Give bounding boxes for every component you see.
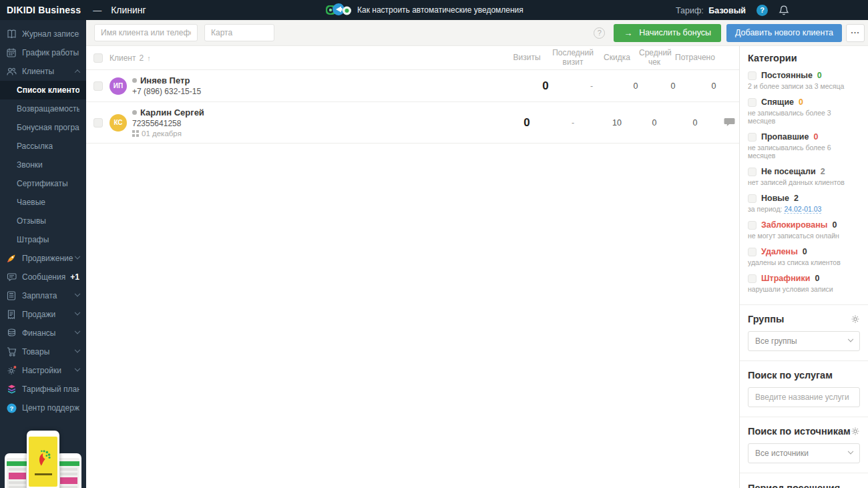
sidebar-item[interactable]: Товары <box>0 342 86 361</box>
sidebar-item[interactable]: Финансы <box>0 324 86 342</box>
category-checkbox[interactable] <box>748 274 756 283</box>
sidebar-item[interactable]: Список клиентов <box>0 81 86 99</box>
category-description: нет записей данных клиентов <box>748 178 860 186</box>
category-count: 2 <box>821 167 825 176</box>
sidebar-item-icon <box>5 253 17 264</box>
add-client-button[interactable]: Добавить нового клиента <box>726 24 842 42</box>
category-row[interactable]: Спящие 0 <box>748 97 860 107</box>
sidebar-item[interactable]: Штрафы <box>0 230 86 249</box>
chat-icon[interactable] <box>720 117 739 128</box>
row-checkbox[interactable] <box>93 81 103 91</box>
question-icon[interactable]: ? <box>594 27 605 39</box>
card-input[interactable] <box>204 24 274 41</box>
accrue-bonuses-button[interactable]: → Начислить бонусы <box>614 24 721 42</box>
sources-dropdown[interactable]: Все источники <box>748 443 860 463</box>
salon-logo <box>29 437 57 487</box>
announcement[interactable]: Как настроить автоматические уведомления <box>325 2 523 18</box>
category-filter: Постоянные 0 2 и более записи за 3 месяц… <box>748 71 860 90</box>
clients-table: Клиент 2 ↑ Визиты Последний визит Скидка… <box>86 46 739 488</box>
sidebar-item[interactable]: Отзывы <box>0 212 86 230</box>
service-search-input[interactable] <box>748 387 860 407</box>
last-visit-column-header[interactable]: Последний визит <box>551 49 595 67</box>
help-icon[interactable]: ? <box>756 5 768 16</box>
groups-dropdown[interactable]: Все группы <box>748 331 860 351</box>
groups-title: Группы <box>748 314 784 324</box>
sidebar-item[interactable]: Чаевые <box>0 193 86 212</box>
chevron-icon <box>75 347 80 352</box>
visits-column-header[interactable]: Визиты <box>503 53 551 63</box>
category-row[interactable]: Не посещали 2 <box>748 167 860 176</box>
sidebar-item[interactable]: Бонусная программа <box>0 118 86 137</box>
sidebar-item[interactable]: Тарифный план <box>0 380 86 399</box>
discount-column-header[interactable]: Скидка <box>595 53 639 63</box>
category-row[interactable]: Пропавшие 0 <box>748 132 860 142</box>
accrue-bonuses-label: Начислить бонусы <box>639 28 711 37</box>
category-row[interactable]: Штрафники 0 <box>748 274 860 283</box>
category-description-text: удалены из списка клиентов <box>748 258 841 266</box>
category-checkbox[interactable] <box>748 133 756 142</box>
period-link[interactable]: 24.02-01.03 <box>784 205 821 214</box>
category-label: Спящие <box>761 97 794 107</box>
sidebar-item[interactable]: Сертификаты <box>0 174 86 193</box>
tariff[interactable]: Тариф: Базовый <box>676 5 746 15</box>
client-name[interactable]: Иняев Петр <box>140 75 190 85</box>
category-checkbox[interactable] <box>748 98 756 107</box>
sidebar-item-icon: ? <box>5 403 17 414</box>
category-row[interactable]: Удалены 0 <box>748 247 860 256</box>
sidebar-item-label: Клиенты <box>22 67 54 76</box>
client-name[interactable]: Карлин Сергей <box>140 107 204 117</box>
sidebar-item[interactable]: Продвижение <box>0 249 86 268</box>
promo-phone-center <box>27 431 59 488</box>
client-table-row[interactable]: КС Карлин Сергей 72355641258 <box>86 102 739 144</box>
categories-title: Категории <box>748 53 860 63</box>
category-count: 0 <box>815 274 819 283</box>
sidebar-item[interactable]: Сообщения +1 <box>0 268 86 286</box>
groups-settings-gear-icon[interactable] <box>851 314 860 324</box>
search-input[interactable] <box>94 24 198 41</box>
services-section: Поиск по услугам <box>740 361 868 417</box>
avatar: ИП <box>110 77 127 95</box>
sidebar-item-label: Товары <box>22 347 49 356</box>
category-label: Удалены <box>761 247 798 256</box>
category-checkbox[interactable] <box>748 71 756 80</box>
client-column-header[interactable]: Клиент 2 ↑ <box>86 53 503 63</box>
sources-section: Поиск по источникам Все источники <box>740 417 868 473</box>
avatar: КС <box>110 114 127 132</box>
sidebar-item[interactable]: Звонки <box>0 156 86 174</box>
category-checkbox[interactable] <box>748 248 756 256</box>
more-actions-button[interactable]: ... <box>846 24 865 42</box>
brand-logo[interactable]: DIKIDI Business <box>0 5 81 15</box>
sources-settings-gear-icon[interactable] <box>851 427 860 436</box>
spent-column-header[interactable]: Потрачено <box>670 53 720 63</box>
sources-dropdown-value: Все источники <box>755 449 809 458</box>
sidebar-item[interactable]: Клиенты <box>0 62 86 81</box>
reg-date-text: 01 декабря <box>142 130 182 138</box>
sidebar-item-icon <box>5 47 17 58</box>
sidebar-item[interactable]: Возвращаемость <box>0 99 86 118</box>
select-all-checkbox[interactable] <box>93 53 103 63</box>
category-checkbox[interactable] <box>748 221 756 230</box>
sidebar-item[interactable]: Рассылка <box>0 137 86 156</box>
sidebar-item[interactable]: ? Центр поддержки <box>0 399 86 417</box>
sort-arrow-icon[interactable]: ↑ <box>147 54 151 62</box>
category-checkbox[interactable] <box>748 194 756 203</box>
mobile-app-promo-banner[interactable] <box>0 425 86 488</box>
category-description-text: не записывались более 6 месяцев <box>748 144 831 160</box>
sidebar-item[interactable]: Зарплата <box>0 286 86 305</box>
avg-check-column-header[interactable]: Средний чек <box>639 49 670 67</box>
category-row[interactable]: Постоянные 0 <box>748 71 860 80</box>
row-checkbox[interactable] <box>93 118 103 128</box>
category-row[interactable]: Новые 2 <box>748 194 860 203</box>
notifications-bell-icon[interactable] <box>779 5 789 16</box>
sidebar-item[interactable]: Настройки <box>0 361 86 380</box>
sidebar-item-label: Рассылка <box>17 142 53 151</box>
category-checkbox[interactable] <box>748 168 756 176</box>
category-row[interactable]: Заблокированы 0 <box>748 220 860 230</box>
sidebar-item[interactable]: Продажи <box>0 305 86 324</box>
sidebar-item[interactable]: Журнал записей <box>0 25 86 43</box>
tariff-label: Тариф: <box>676 6 704 15</box>
sidebar-item[interactable]: График работы <box>0 43 86 62</box>
category-label: Заблокированы <box>761 220 828 230</box>
client-table-row[interactable]: ИП Иняев Петр +7 (896) 632-15-15 <box>86 70 739 102</box>
company-name[interactable]: Клининг <box>111 5 146 15</box>
